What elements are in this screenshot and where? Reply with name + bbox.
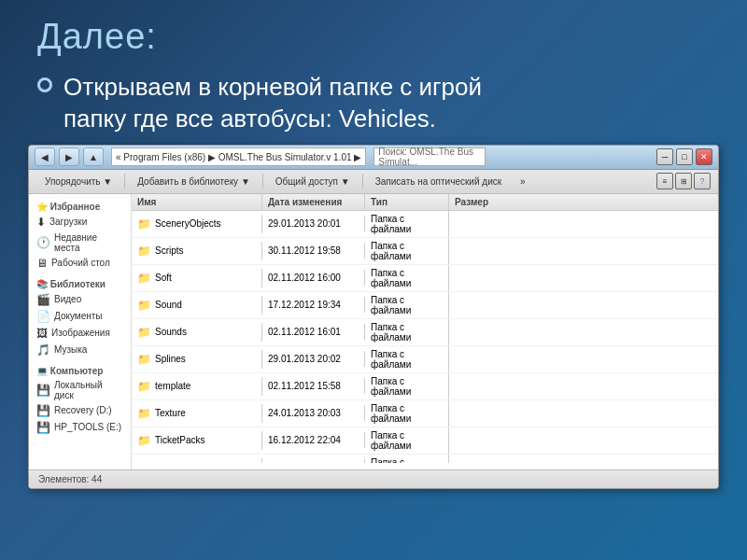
sidebar-item-documents[interactable]: 📄 Документы <box>33 308 127 325</box>
libraries-section: 📚 Библиотеки 🎬 Видео 📄 Документы 🖼 Изобр… <box>33 277 127 358</box>
toolbar-separator-1 <box>124 174 125 189</box>
column-size[interactable]: Размер <box>449 194 496 210</box>
file-name: 📁TicketPacks <box>132 431 262 450</box>
file-type: Папка с файлами <box>365 238 449 264</box>
file-size <box>449 329 496 335</box>
file-name: 📁Soft <box>132 269 262 287</box>
file-name: 📁Sound <box>132 296 262 315</box>
folder-icon: 📁 <box>137 245 151 258</box>
up-button[interactable]: ▲ <box>83 147 104 166</box>
bullet-text: Открываем в корневой папке с игрой папку… <box>63 72 482 135</box>
sidebar-item-music[interactable]: 🎵 Музыка <box>33 342 127 358</box>
file-size <box>449 302 496 308</box>
file-row[interactable]: 📁template 02.11.2012 15:58 Папка с файла… <box>132 373 718 400</box>
file-date: 29.01.2013 20:02 <box>262 351 365 367</box>
file-date: 29.01.2013 20:01 <box>262 216 365 231</box>
window-controls: ─ □ ✕ <box>656 148 712 165</box>
file-type: Папка с файлами <box>365 400 449 427</box>
file-size <box>449 384 496 389</box>
recovery-icon: 💾 <box>36 404 50 417</box>
file-row[interactable]: 📁Splines 29.01.2013 20:02 Папка с файлам… <box>132 346 718 373</box>
file-date: 24.01.2013 20:03 <box>262 405 365 421</box>
file-name: 📁Texture <box>132 404 262 423</box>
share-button[interactable]: Общий доступ ▼ <box>267 174 359 189</box>
file-row[interactable]: 📁SceneryObjects 29.01.2013 20:01 Папка с… <box>132 211 718 238</box>
add-library-button[interactable]: Добавить в библиотеку ▼ <box>129 174 259 189</box>
sidebar-item-local-disk[interactable]: 💾 Локальный диск <box>33 378 127 402</box>
hp-tools-icon: 💾 <box>36 421 50 434</box>
column-type[interactable]: Тип <box>365 194 449 210</box>
sidebar-item-hp-tools[interactable]: 💾 HP_TOOLS (E:) <box>33 419 127 436</box>
file-row[interactable]: 📁Texture 24.01.2013 20:03 Папка с файлам… <box>132 400 718 427</box>
file-row[interactable]: 📁Sound 17.12.2012 19:34 Папка с файлами <box>132 292 718 319</box>
file-row[interactable]: 📁Sounds 02.11.2012 16:01 Папка с файлами <box>132 319 718 346</box>
column-name[interactable]: Имя <box>132 194 262 210</box>
sidebar-item-downloads[interactable]: ⬇ Загрузки <box>33 214 127 231</box>
minimize-button[interactable]: ─ <box>656 148 673 165</box>
file-name: 📁template <box>132 377 262 396</box>
file-row[interactable]: 📁TicketPacks 16.12.2012 22:04 Папка с фа… <box>132 427 718 455</box>
computer-section: 💻 Компьютер 💾 Локальный диск 💾 Recovery … <box>33 364 127 436</box>
file-size <box>449 275 496 281</box>
search-bar[interactable]: Поиск: OMSL.The Bus Simulat... <box>374 147 486 166</box>
back-button[interactable]: ◀ <box>35 147 55 166</box>
address-bar[interactable]: « Program Files (x86) ▶ OMSL.The Bus Sim… <box>111 147 366 166</box>
favorites-header[interactable]: ⭐ Избранное <box>33 200 127 214</box>
computer-icon: 💻 <box>36 366 48 376</box>
file-name: 📁Scripts <box>132 242 262 260</box>
file-type: Папка с файлами <box>365 346 449 372</box>
more-button[interactable]: » <box>512 174 534 189</box>
help-button[interactable]: ? <box>694 173 711 189</box>
images-icon: 🖼 <box>36 327 48 340</box>
title-bar-left: ◀ ▶ ▲ « Program Files (x86) ▶ OMSL.The B… <box>35 147 486 166</box>
file-name: 📁Trains <box>132 458 262 463</box>
file-size <box>449 357 496 362</box>
file-date: 02.11.2012 16:01 <box>262 324 365 340</box>
folder-icon: 📁 <box>137 407 151 420</box>
file-type: Папка с файлами <box>365 292 449 318</box>
sidebar-item-recent[interactable]: 🕐 Недавние места <box>33 231 127 255</box>
slide-title: Далее: <box>0 0 747 64</box>
view-list-button[interactable]: ≡ <box>656 173 673 189</box>
sidebar-item-video[interactable]: 🎬 Видео <box>33 291 127 308</box>
burn-button[interactable]: Записать на оптический диск <box>367 174 510 189</box>
folder-icon: 📁 <box>137 217 151 231</box>
sidebar: ⭐ Избранное ⬇ Загрузки 🕐 Недавние места … <box>29 194 132 469</box>
file-row[interactable]: 📁Scripts 30.11.2012 19:58 Папка с файлам… <box>132 238 718 265</box>
favorites-section: ⭐ Избранное ⬇ Загрузки 🕐 Недавние места … <box>33 200 127 272</box>
organize-button[interactable]: Упорядочить ▼ <box>36 174 120 189</box>
bullet-line2: папку где все автобусы: Vehicles. <box>63 105 436 133</box>
file-size <box>449 411 496 416</box>
recent-icon: 🕐 <box>36 236 50 249</box>
sidebar-item-recovery[interactable]: 💾 Recovery (D:) <box>33 402 127 419</box>
status-bar: Элементов: 44 <box>29 469 718 488</box>
file-type: Папка с файлами <box>365 455 449 463</box>
explorer-window: ◀ ▶ ▲ « Program Files (x86) ▶ OMSL.The B… <box>28 145 719 489</box>
file-list-header: Имя Дата изменения Тип Размер <box>132 194 718 211</box>
close-button[interactable]: ✕ <box>696 148 712 165</box>
view-details-button[interactable]: ⊞ <box>675 173 692 189</box>
maximize-button[interactable]: □ <box>676 148 693 165</box>
bullet-line1: Открываем в корневой папке с игрой <box>63 73 482 101</box>
documents-icon: 📄 <box>36 310 50 323</box>
file-rows: 📁SceneryObjects 29.01.2013 20:01 Папка с… <box>132 211 718 463</box>
file-type: Папка с файлами <box>365 319 449 345</box>
file-date: 30.11.2012 19:58 <box>262 243 365 259</box>
computer-header[interactable]: 💻 Компьютер <box>33 364 127 378</box>
file-type: Папка с файлами <box>365 265 449 291</box>
status-text: Элементов: 44 <box>38 474 102 484</box>
forward-button[interactable]: ▶ <box>59 147 79 166</box>
search-text: Поиск: OMSL.The Bus Simulat... <box>378 147 481 167</box>
libraries-header[interactable]: 📚 Библиотеки <box>33 277 127 291</box>
file-row[interactable]: 📁Trains 16.12.2012 22:05 Папка с файлами <box>132 455 718 463</box>
address-text: « Program Files (x86) ▶ OMSL.The Bus Sim… <box>116 152 361 162</box>
file-date: 16.12.2012 22:04 <box>262 432 365 448</box>
sidebar-item-desktop[interactable]: 🖥 Рабочий стол <box>33 255 127 272</box>
file-type: Папка с файлами <box>365 427 449 454</box>
title-bar: ◀ ▶ ▲ « Program Files (x86) ▶ OMSL.The B… <box>29 146 718 170</box>
sidebar-item-images[interactable]: 🖼 Изображения <box>33 325 127 342</box>
column-date[interactable]: Дата изменения <box>262 194 365 210</box>
file-row[interactable]: 📁Soft 02.11.2012 16:00 Папка с файлами <box>132 265 718 292</box>
file-name: 📁Sounds <box>132 323 262 342</box>
bullet-dot <box>37 77 52 92</box>
